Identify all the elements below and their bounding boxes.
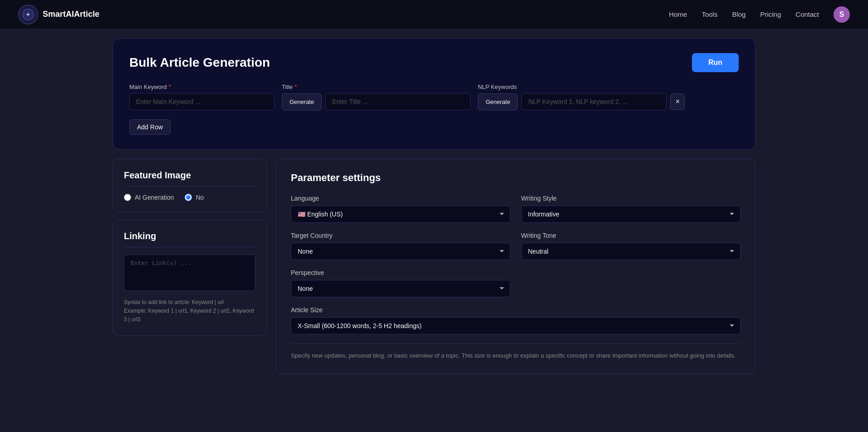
featured-image-title: Featured Image bbox=[124, 170, 255, 187]
main-keyword-label: Main Keyword * bbox=[129, 83, 275, 90]
brand: ✦ SmartAIArticle bbox=[18, 5, 99, 25]
navbar-links: Home Tools Blog Pricing Contact S bbox=[669, 6, 850, 23]
nav-contact[interactable]: Contact bbox=[795, 10, 819, 18]
bottom-row: Featured Image AI Generation No Linking bbox=[113, 159, 755, 374]
linking-card: Linking Syntax to add link to article: K… bbox=[113, 220, 267, 336]
nlp-input[interactable] bbox=[521, 93, 667, 110]
target-country-field: Target Country None bbox=[291, 232, 510, 260]
article-size-label: Article Size bbox=[291, 306, 740, 314]
radio-no-input[interactable] bbox=[185, 194, 192, 201]
writing-tone-label: Writing Tone bbox=[521, 232, 741, 239]
language-select[interactable]: 🇺🇸 English (US) bbox=[291, 206, 510, 223]
param-grid: Language 🇺🇸 English (US) Writing Style I… bbox=[291, 195, 740, 334]
language-field: Language 🇺🇸 English (US) bbox=[291, 195, 510, 223]
radio-ai-generation-input[interactable] bbox=[124, 194, 131, 201]
nlp-keywords-label: NLP Keywords bbox=[478, 83, 685, 90]
brand-name: SmartAIArticle bbox=[43, 10, 99, 19]
user-avatar[interactable]: S bbox=[834, 6, 850, 23]
writing-style-label: Writing Style bbox=[521, 195, 741, 202]
brand-logo-icon: ✦ bbox=[22, 8, 34, 21]
syntax-note: Syntax to add link to article: Keyword |… bbox=[124, 298, 255, 324]
fields-row: Main Keyword * Title * Generate bbox=[129, 83, 739, 110]
nav-blog[interactable]: Blog bbox=[732, 10, 745, 18]
title-field: Title * Generate bbox=[282, 83, 471, 110]
writing-tone-field: Writing Tone Neutral bbox=[521, 232, 741, 260]
article-size-field: Article Size X-Small (600-1200 words, 2-… bbox=[291, 306, 740, 334]
title-required: * bbox=[294, 83, 297, 90]
radio-no[interactable]: No bbox=[185, 194, 204, 201]
parameter-settings-card: Parameter settings Language 🇺🇸 English (… bbox=[276, 159, 755, 374]
featured-image-card: Featured Image AI Generation No bbox=[113, 159, 267, 212]
target-country-select[interactable]: None bbox=[291, 243, 510, 260]
nlp-input-group: Generate × bbox=[478, 93, 685, 110]
main-keyword-input[interactable] bbox=[129, 93, 275, 110]
article-size-note: Specify new updates, personal blog, or b… bbox=[291, 344, 740, 361]
writing-tone-select[interactable]: Neutral bbox=[521, 243, 741, 260]
article-size-select[interactable]: X-Small (600-1200 words, 2-5 H2 headings… bbox=[291, 317, 740, 334]
perspective-select[interactable]: None bbox=[291, 280, 510, 297]
bulk-title: Bulk Article Generation bbox=[129, 55, 270, 70]
run-button[interactable]: Run bbox=[692, 53, 739, 72]
main-keyword-field: Main Keyword * bbox=[129, 83, 275, 110]
main-content: Bulk Article Generation Run Main Keyword… bbox=[0, 29, 868, 383]
featured-image-options: AI Generation No bbox=[124, 194, 255, 201]
title-generate-button[interactable]: Generate bbox=[282, 93, 322, 110]
linking-textarea[interactable] bbox=[124, 255, 255, 291]
nav-home[interactable]: Home bbox=[669, 10, 687, 18]
nlp-generate-button[interactable]: Generate bbox=[478, 93, 518, 110]
brand-logo: ✦ bbox=[18, 5, 38, 25]
nlp-clear-button[interactable]: × bbox=[670, 93, 685, 110]
nlp-keywords-field: NLP Keywords Generate × bbox=[478, 83, 685, 110]
title-input[interactable] bbox=[325, 93, 471, 110]
main-keyword-required: * bbox=[168, 83, 171, 90]
linking-title: Linking bbox=[124, 231, 255, 247]
title-input-group: Generate bbox=[282, 93, 471, 110]
title-label: Title * bbox=[282, 83, 471, 90]
nav-pricing[interactable]: Pricing bbox=[760, 10, 781, 18]
svg-text:✦: ✦ bbox=[25, 11, 31, 18]
writing-style-field: Writing Style Informative bbox=[521, 195, 741, 223]
left-column: Featured Image AI Generation No Linking bbox=[113, 159, 267, 374]
bulk-article-card: Bulk Article Generation Run Main Keyword… bbox=[113, 38, 755, 150]
param-settings-title: Parameter settings bbox=[291, 172, 740, 184]
add-row-button[interactable]: Add Row bbox=[129, 119, 171, 135]
nav-tools[interactable]: Tools bbox=[701, 10, 717, 18]
navbar: ✦ SmartAIArticle Home Tools Blog Pricing… bbox=[0, 0, 868, 29]
perspective-label: Perspective bbox=[291, 269, 510, 276]
writing-style-select[interactable]: Informative bbox=[521, 206, 741, 223]
radio-ai-generation[interactable]: AI Generation bbox=[124, 194, 174, 201]
target-country-label: Target Country bbox=[291, 232, 510, 239]
language-label: Language bbox=[291, 195, 510, 202]
perspective-field: Perspective None bbox=[291, 269, 510, 297]
bulk-header: Bulk Article Generation Run bbox=[129, 53, 739, 72]
